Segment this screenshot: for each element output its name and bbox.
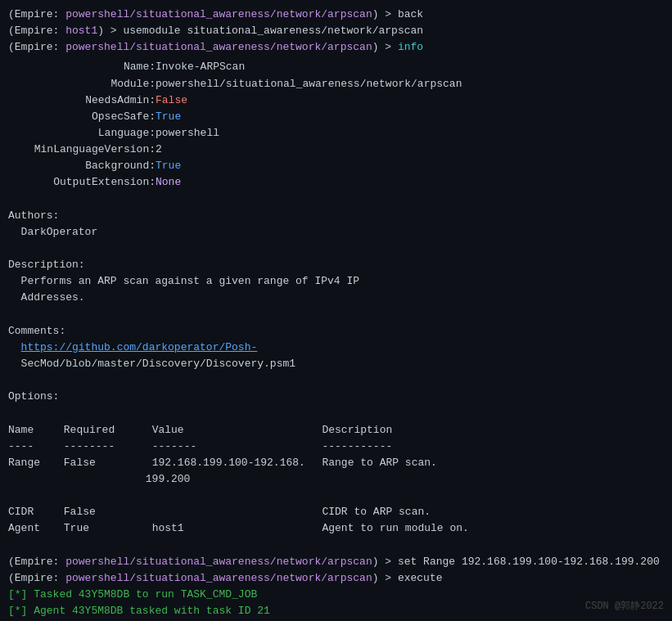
line-table-sep: ---- -------- ------- ----------- bbox=[8, 439, 664, 455]
line-set-range: (Empire: powershell/situational_awarenes… bbox=[8, 554, 664, 570]
watermark: CSDN @郭静2022 bbox=[585, 599, 664, 613]
line-1: (Empire: powershell/situational_awarenes… bbox=[8, 7, 664, 23]
line-tasked2: [*] Agent 43Y5M8DB tasked with task ID 2… bbox=[8, 603, 664, 619]
line-needsadmin: NeedsAdmin: False bbox=[8, 92, 664, 109]
line-blank3 bbox=[8, 307, 664, 323]
line-blank6 bbox=[8, 488, 664, 504]
line-blank2 bbox=[8, 241, 664, 257]
line-opsecsafe: OpsecSafe: True bbox=[8, 109, 664, 125]
line-author1: DarkOperator bbox=[8, 224, 664, 241]
line-blank4 bbox=[8, 372, 664, 389]
line-table-header: Name Required Value Description bbox=[8, 422, 664, 439]
line-authors: Authors: bbox=[8, 208, 664, 224]
line-desc2: Addresses. bbox=[8, 290, 664, 306]
line-module: Module: powershell/situational_awareness… bbox=[8, 76, 664, 92]
line-table-agent: Agent True host1 Agent to run module on. bbox=[8, 520, 664, 537]
line-blank1 bbox=[8, 191, 664, 208]
line-options-header: Options: bbox=[8, 389, 664, 405]
line-comment-link: https://github.com/darkoperator/Posh- bbox=[8, 340, 664, 356]
line-desc-header: Description: bbox=[8, 257, 664, 273]
line-minlang: MinLanguageVersion: 2 bbox=[8, 142, 664, 158]
line-execute: (Empire: powershell/situational_awarenes… bbox=[8, 570, 664, 587]
line-name: Name: Invoke-ARPScan bbox=[8, 59, 664, 75]
line-language: Language: powershell bbox=[8, 125, 664, 142]
terminal: (Empire: powershell/situational_awarenes… bbox=[0, 0, 672, 621]
line-background: Background: True bbox=[8, 158, 664, 174]
line-blank5 bbox=[8, 405, 664, 421]
line-table-range2: 199.200 bbox=[8, 471, 664, 488]
line-comments-header: Comments: bbox=[8, 323, 664, 340]
line-desc1: Performs an ARP scan against a given ran… bbox=[8, 273, 664, 290]
line-table-cidr: CIDR False CIDR to ARP scan. bbox=[8, 504, 664, 520]
line-table-range1: Range False 192.168.199.100-192.168. Ran… bbox=[8, 455, 664, 471]
line-blank7 bbox=[8, 538, 664, 554]
line-tasked1: [*] Tasked 43Y5M8DB to run TASK_CMD_JOB bbox=[8, 587, 664, 603]
line-outputext: OutputExtension: None bbox=[8, 174, 664, 191]
line-3: (Empire: powershell/situational_awarenes… bbox=[8, 39, 664, 56]
line-2: (Empire: host1) > usemodule situational_… bbox=[8, 23, 664, 39]
line-comment-link2: SecMod/blob/master/Discovery/Discovery.p… bbox=[8, 356, 664, 372]
